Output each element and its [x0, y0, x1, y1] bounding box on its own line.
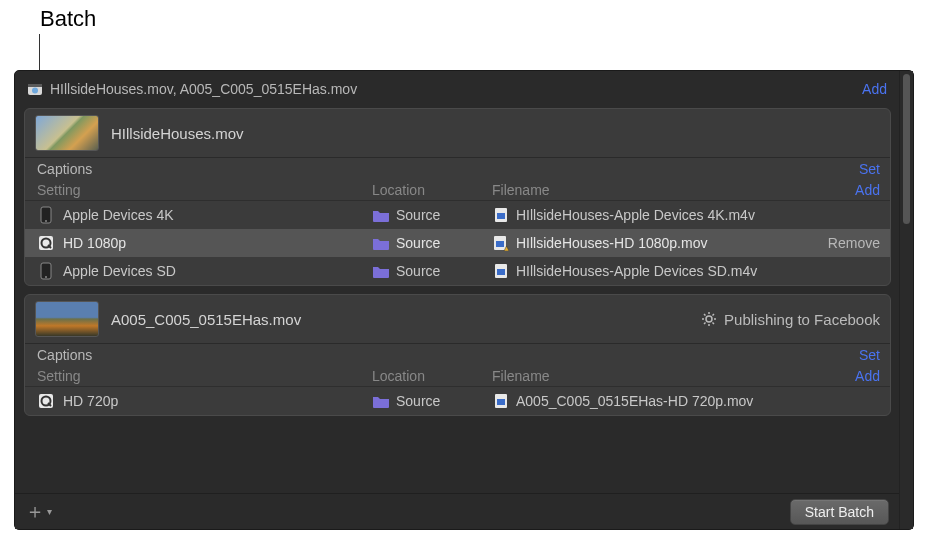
job-card: A005_C005_0515EHas.mov Publishing to Fac…: [24, 294, 891, 416]
panel-footer: ＋▾ Start Batch: [15, 493, 899, 529]
setting-label: Apple Devices SD: [63, 263, 176, 279]
svg-line-22: [704, 323, 706, 325]
batch-scroll-area: HIllsideHouses.mov, A005_C005_0515EHas.m…: [15, 71, 899, 529]
filename-label: HIllsideHouses-Apple Devices 4K.m4v: [516, 207, 755, 223]
output-row[interactable]: HD 1080p Source HIllsideHouses-HD 1080p.…: [25, 229, 890, 257]
batch-title: HIllsideHouses.mov, A005_C005_0515EHas.m…: [50, 81, 862, 97]
movie-file-icon: [492, 262, 510, 280]
svg-point-4: [45, 220, 47, 222]
col-location: Location: [372, 182, 492, 198]
captions-label: Captions: [37, 161, 92, 177]
job-header[interactable]: A005_C005_0515EHas.mov Publishing to Fac…: [25, 295, 890, 343]
output-add-link[interactable]: Add: [855, 368, 880, 384]
batch-add-link[interactable]: Add: [862, 81, 887, 97]
add-menu-button[interactable]: ＋▾: [25, 498, 52, 525]
svg-line-23: [713, 314, 715, 316]
output-add-link[interactable]: Add: [855, 182, 880, 198]
job-card: HIllsideHouses.mov Captions Set Setting …: [24, 108, 891, 286]
folder-icon: [372, 392, 390, 410]
job-thumbnail: [35, 301, 99, 337]
svg-line-20: [704, 314, 706, 316]
batch-header: HIllsideHouses.mov, A005_C005_0515EHas.m…: [20, 76, 895, 104]
output-row[interactable]: Apple Devices SD Source HIllsideHouses-A…: [25, 257, 890, 285]
filename-label: A005_C005_0515EHas-HD 720p.mov: [516, 393, 753, 409]
location-label: Source: [396, 235, 440, 251]
folder-icon: [372, 234, 390, 252]
captions-row: Captions Set: [25, 344, 890, 366]
setting-label: Apple Devices 4K: [63, 207, 174, 223]
col-filename: Filename: [492, 182, 855, 198]
movie-file-icon: [492, 206, 510, 224]
captions-row: Captions Set: [25, 158, 890, 180]
gear-icon: [700, 310, 718, 328]
vertical-scrollbar[interactable]: [899, 71, 913, 529]
col-setting: Setting: [37, 368, 372, 384]
filename-label: HIllsideHouses-HD 1080p.mov: [516, 235, 707, 251]
svg-point-12: [45, 276, 47, 278]
location-label: Source: [396, 207, 440, 223]
output-row[interactable]: Apple Devices 4K Source HIllsideHouses-A…: [25, 201, 890, 229]
svg-rect-6: [497, 213, 505, 219]
location-label: Source: [396, 263, 440, 279]
setting-label: HD 1080p: [63, 235, 126, 251]
folder-icon: [372, 262, 390, 280]
plus-icon: ＋: [25, 498, 45, 525]
device-icon: [37, 262, 55, 280]
location-label: Source: [396, 393, 440, 409]
svg-rect-10: [496, 241, 504, 247]
col-location: Location: [372, 368, 492, 384]
movie-file-icon: [492, 392, 510, 410]
scrollbar-thumb[interactable]: [903, 74, 910, 224]
columns-header: Setting Location Filename Add: [25, 366, 890, 387]
col-setting: Setting: [37, 182, 372, 198]
output-row[interactable]: HD 720p Source A005_C005_0515EHas-HD 720…: [25, 387, 890, 415]
movie-file-warning-icon: [492, 234, 510, 252]
job-title: HIllsideHouses.mov: [111, 125, 244, 142]
svg-point-15: [706, 316, 712, 322]
quicktime-icon: [37, 234, 55, 252]
captions-set-link[interactable]: Set: [859, 347, 880, 363]
setting-label: HD 720p: [63, 393, 118, 409]
start-batch-button[interactable]: Start Batch: [790, 499, 889, 525]
svg-rect-1: [28, 84, 42, 87]
job-action-label: Publishing to Facebook: [724, 311, 880, 328]
chevron-down-icon: ▾: [47, 506, 52, 517]
batch-panel: HIllsideHouses.mov, A005_C005_0515EHas.m…: [14, 70, 914, 530]
job-title: A005_C005_0515EHas.mov: [111, 311, 301, 328]
filename-label: HIllsideHouses-Apple Devices SD.m4v: [516, 263, 757, 279]
job-thumbnail: [35, 115, 99, 151]
folder-icon: [372, 206, 390, 224]
job-header[interactable]: HIllsideHouses.mov: [25, 109, 890, 157]
callout-label: Batch: [40, 6, 96, 32]
svg-line-21: [713, 323, 715, 325]
quicktime-icon: [37, 392, 55, 410]
job-action[interactable]: Publishing to Facebook: [700, 310, 880, 328]
device-icon: [37, 206, 55, 224]
captions-label: Captions: [37, 347, 92, 363]
columns-header: Setting Location Filename Add: [25, 180, 890, 201]
col-filename: Filename: [492, 368, 855, 384]
svg-rect-27: [497, 399, 505, 405]
svg-rect-14: [497, 269, 505, 275]
remove-link[interactable]: Remove: [815, 235, 880, 251]
batch-icon: [26, 80, 44, 98]
svg-point-2: [32, 88, 38, 94]
captions-set-link[interactable]: Set: [859, 161, 880, 177]
